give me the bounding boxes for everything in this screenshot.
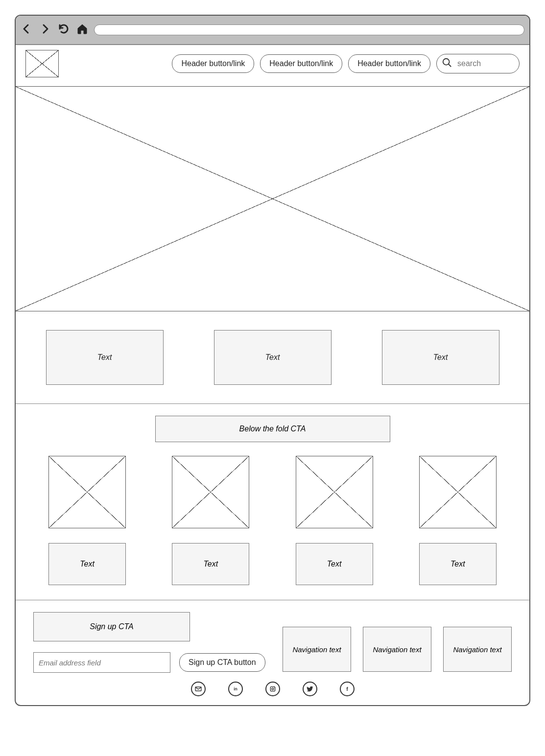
email-field[interactable] [33,652,170,673]
svg-text:in: in [234,686,237,691]
forward-icon[interactable] [39,23,51,37]
card-text-2: Text [172,543,249,585]
twitter-icon[interactable] [303,682,317,696]
card-image-4 [419,456,497,528]
instagram-icon[interactable] [265,682,280,696]
card-grid: Text Text Text Text [16,456,529,600]
linkedin-icon[interactable]: in [228,682,243,696]
card-image-2 [172,456,249,528]
feature-text-1: Text [46,330,164,385]
svg-point-0 [443,59,450,65]
search-icon [442,57,452,70]
browser-wireframe: Header button/link Header button/link He… [15,15,530,706]
feature-row: Text Text Text [16,311,529,403]
card-text-4: Text [419,543,497,585]
reload-icon[interactable] [58,23,70,37]
mail-icon[interactable] [191,682,206,696]
card-image-1 [48,456,126,528]
page-footer: Sign up CTA Sign up CTA button Navigatio… [16,600,529,705]
below-fold-cta[interactable]: Below the fold CTA [155,416,390,442]
svg-point-5 [272,688,274,690]
hero-image-placeholder [16,86,529,311]
signup-cta: Sign up CTA [33,612,190,641]
facebook-icon[interactable]: f [340,682,355,696]
social-icons-row: in f [33,682,512,696]
footer-nav-2[interactable]: Navigation text [363,627,431,672]
logo-placeholder [25,50,59,77]
footer-nav-3[interactable]: Navigation text [443,627,512,672]
home-icon[interactable] [76,23,88,37]
svg-line-1 [449,64,451,67]
page-header: Header button/link Header button/link He… [16,45,529,86]
feature-text-2: Text [214,330,332,385]
browser-toolbar [16,16,529,45]
header-nav-button-1[interactable]: Header button/link [172,54,254,73]
footer-nav-1[interactable]: Navigation text [283,627,351,672]
header-nav-button-2[interactable]: Header button/link [260,54,342,73]
svg-point-6 [274,687,274,687]
card-text-3: Text [296,543,373,585]
url-bar[interactable] [94,24,524,35]
header-nav-button-3[interactable]: Header button/link [348,54,430,73]
svg-text:f: f [346,686,348,692]
search-box[interactable] [436,54,520,73]
back-icon[interactable] [21,23,32,37]
below-fold-section: Below the fold CTA Text Text Text Text [16,403,529,600]
card-image-3 [296,456,373,528]
signup-button[interactable]: Sign up CTA button [179,653,265,672]
card-text-1: Text [48,543,126,585]
search-input[interactable] [457,59,501,68]
feature-text-3: Text [382,330,499,385]
